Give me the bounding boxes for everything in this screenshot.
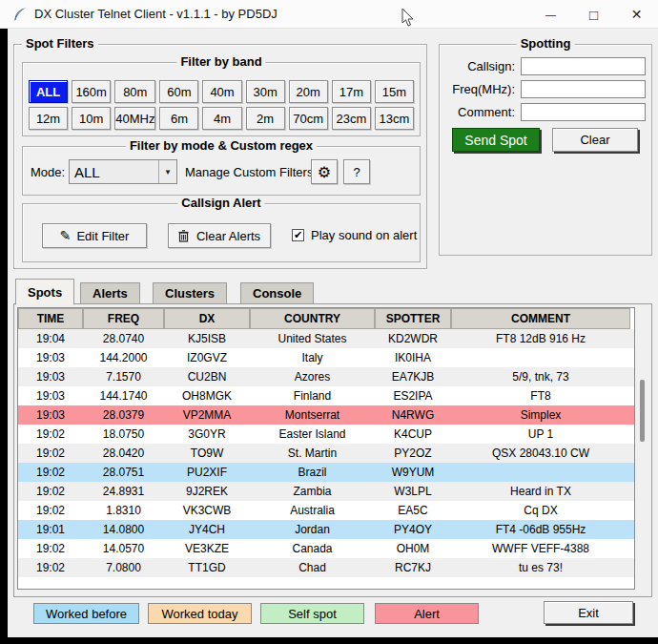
band-filter-button-23cm[interactable]: 23cm xyxy=(332,107,371,130)
spot-cell-dx: TT1GD xyxy=(164,558,250,577)
spot-cell-country: Easter Island xyxy=(250,425,375,444)
spot-filters-title: Spot Filters xyxy=(22,36,98,51)
clear-spot-button[interactable]: Clear xyxy=(552,128,638,152)
legend-button-self-spot[interactable]: Self spot xyxy=(260,603,364,624)
tab-spots[interactable]: Spots xyxy=(15,279,74,305)
spot-cell-time: 19:03 xyxy=(18,386,83,405)
band-filter-button-17m[interactable]: 17m xyxy=(332,80,371,103)
tab-alerts[interactable]: Alerts xyxy=(80,282,140,304)
spot-row-tt1gd[interactable]: 19:027.0800TT1GDChadRC7KJtu es 73! xyxy=(18,558,634,577)
spots-panel: TIMEFREQDXCOUNTRYSPOTTERCOMMENT 19:0428.… xyxy=(13,303,652,597)
spot-row-pu2xif[interactable]: 19:0228.0751PU2XIFBrazilW9YUM xyxy=(18,463,634,482)
column-header-spotter[interactable]: SPOTTER xyxy=(375,308,451,329)
column-header-comment[interactable]: COMMENT xyxy=(451,308,630,329)
band-filter-button-6m[interactable]: 6m xyxy=(159,107,198,130)
exit-button[interactable]: Exit xyxy=(544,601,633,624)
band-filter-button-2m[interactable]: 2m xyxy=(246,107,285,130)
spotting-input-0[interactable] xyxy=(521,57,646,75)
column-header-freq[interactable]: FREQ xyxy=(83,308,164,329)
spot-cell-comment xyxy=(451,348,630,367)
mode-filter-title: Filter by mode & Custom regex xyxy=(126,138,317,153)
band-filter-button-4m[interactable]: 4m xyxy=(202,107,241,130)
spot-cell-country: Brazil xyxy=(250,463,375,482)
trash-icon xyxy=(178,230,189,242)
spotting-field-label-0: Callsign: xyxy=(467,59,515,73)
band-filter-button-all[interactable]: ALL xyxy=(29,80,68,103)
tab-clusters[interactable]: Clusters xyxy=(153,282,227,304)
band-filter-button-160m[interactable]: 160m xyxy=(72,80,111,103)
spot-row-oh8mgk[interactable]: 19:03144.1740OH8MGKFinlandES2IPAFT8 xyxy=(18,386,634,405)
play-sound-label: Play sound on alert xyxy=(311,228,417,242)
spot-cell-spotter: PY4OY xyxy=(375,520,451,539)
spot-cell-country: Italy xyxy=(250,348,375,367)
spot-cell-comment: Simplex xyxy=(451,405,630,425)
spot-cell-comment: FT4 -06dB 955Hz xyxy=(451,520,630,539)
band-filter-button-30m[interactable]: 30m xyxy=(246,80,285,103)
vertical-scrollbar-thumb[interactable] xyxy=(640,380,645,442)
spot-row-iz0gvz[interactable]: 19:03144.2000IZ0GVZItalyIK0IHA xyxy=(18,348,634,367)
band-filter-button-12m[interactable]: 12m xyxy=(29,107,68,130)
spot-cell-time: 19:02 xyxy=(18,425,83,444)
tab-console[interactable]: Console xyxy=(240,282,314,304)
gear-icon: ⚙ xyxy=(318,163,331,181)
clear-alerts-label: Clear Alerts xyxy=(196,229,260,243)
band-filter-button-40m[interactable]: 40m xyxy=(202,80,241,103)
spot-cell-freq: 144.1740 xyxy=(83,386,164,405)
column-header-country[interactable]: COUNTRY xyxy=(250,308,375,329)
legend-button-worked-today[interactable]: Worked today xyxy=(148,603,252,624)
spot-cell-freq: 14.0800 xyxy=(83,520,164,539)
help-button[interactable]: ? xyxy=(343,159,370,184)
spot-cell-spotter: PY2OZ xyxy=(375,444,451,463)
spot-cell-spotter: K4CUP xyxy=(375,425,451,444)
spot-cell-spotter: RC7KJ xyxy=(375,558,451,577)
legend-button-alert[interactable]: Alert xyxy=(375,603,479,624)
spotting-input-2[interactable] xyxy=(521,103,646,121)
minimize-icon[interactable]: — xyxy=(529,0,572,29)
callsign-alert-title: Callsign Alert xyxy=(177,196,264,210)
spot-cell-dx: VP2MMA xyxy=(164,405,250,425)
column-header-time[interactable]: TIME xyxy=(18,308,83,329)
clear-alerts-button[interactable]: Clear Alerts xyxy=(168,223,271,248)
band-filter-button-60m[interactable]: 60m xyxy=(159,80,198,103)
spot-row-ve3kze[interactable]: 19:0214.0570VE3KZECanadaOH0MWWFF VEFF-43… xyxy=(18,539,634,558)
chevron-down-icon[interactable]: ▼ xyxy=(158,160,176,183)
legend-button-worked-before[interactable]: Worked before xyxy=(33,603,139,624)
band-filter-button-70cm[interactable]: 70cm xyxy=(289,107,328,130)
close-icon[interactable]: ✕ xyxy=(615,0,658,29)
spot-row-cu2bn[interactable]: 19:037.1570CU2BNAzoresEA7KJB5/9, tnk, 73 xyxy=(18,367,634,386)
maximize-icon[interactable]: □ xyxy=(572,0,615,29)
spot-cell-comment: Heard in TX xyxy=(451,482,630,501)
spot-cell-freq: 7.1570 xyxy=(83,367,164,386)
spot-cell-spotter: KD2WDR xyxy=(375,329,451,348)
manage-filters-button[interactable]: ⚙ xyxy=(311,159,338,184)
band-filter-button-20m[interactable]: 20m xyxy=(289,80,328,103)
spots-table: TIMEFREQDXCOUNTRYSPOTTERCOMMENT 19:0428.… xyxy=(17,307,635,590)
spotting-input-1[interactable] xyxy=(521,80,646,98)
pencil-icon: ✎ xyxy=(60,228,72,243)
spot-cell-freq: 28.0420 xyxy=(83,444,164,463)
spot-row-3g0yr[interactable]: 19:0218.07503G0YREaster IslandK4CUPUP 1 xyxy=(18,425,634,444)
spot-row-9j2rek[interactable]: 19:0224.89319J2REKZambiaW3LPLHeard in TX xyxy=(18,482,634,501)
title-bar: DX Cluster Telnet Client - v1.1.1 - by P… xyxy=(0,0,658,29)
checkmark-icon: ✔ xyxy=(294,230,302,240)
spot-cell-country: Zambia xyxy=(250,482,375,501)
edit-filter-button[interactable]: ✎ Edit Filter xyxy=(42,223,147,248)
band-filter-button-80m[interactable]: 80m xyxy=(114,80,155,103)
band-filter-button-10m[interactable]: 10m xyxy=(72,107,111,130)
band-filter-button-15m[interactable]: 15m xyxy=(375,80,414,103)
play-sound-checkbox[interactable]: ✔ xyxy=(292,229,304,241)
spot-cell-comment: FT8 xyxy=(451,386,630,405)
band-filter-button-13cm[interactable]: 13cm xyxy=(375,107,414,130)
spot-row-jy4ch[interactable]: 19:0114.0800JY4CHJordanPY4OYFT4 -06dB 95… xyxy=(18,520,634,539)
send-spot-button[interactable]: Send Spot xyxy=(452,128,540,152)
mode-combobox[interactable]: ALL ▼ xyxy=(69,159,177,184)
spot-cell-freq: 28.0740 xyxy=(83,329,164,348)
spot-row-kj5isb[interactable]: 19:0428.0740KJ5ISBUnited StatesKD2WDRFT8… xyxy=(18,329,634,348)
band-filter-button-40mhz[interactable]: 40MHz xyxy=(114,107,155,130)
spot-cell-time: 19:03 xyxy=(18,367,83,386)
spot-row-vk3cwb[interactable]: 19:021.8310VK3CWBAustraliaEA5CCq DX xyxy=(18,501,634,520)
spot-row-vp2mma[interactable]: 19:0328.0379VP2MMAMontserratN4RWGSimplex xyxy=(18,405,634,425)
column-header-dx[interactable]: DX xyxy=(164,308,250,329)
spot-row-to9w[interactable]: 19:0228.0420TO9WSt. MartinPY2OZQSX 28043… xyxy=(18,444,634,463)
band-buttons: ALL160m80m60m40m30m20m17m15m12m10m40MHz6… xyxy=(29,80,414,130)
